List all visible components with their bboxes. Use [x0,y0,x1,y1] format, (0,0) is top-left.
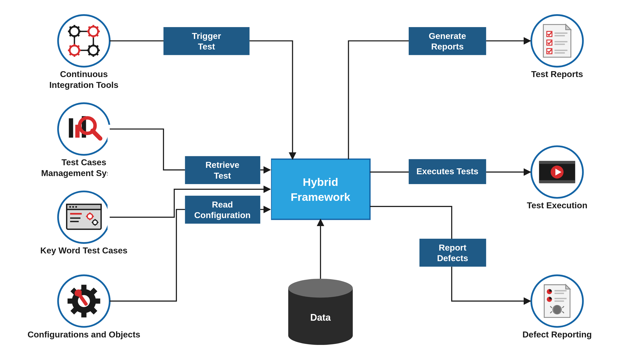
center-title-line1: Hybrid [303,176,338,188]
line-center-generate [348,41,409,159]
svg-text:Test Cases: Test Cases [62,158,106,167]
svg-rect-46 [69,118,73,138]
svg-line-14 [70,34,71,36]
svg-text:Read: Read [212,200,233,209]
center-hybrid-framework: Hybrid Framework [271,159,370,219]
svg-text:Defect Reporting: Defect Reporting [522,330,592,339]
checklist-document-icon [543,24,571,57]
svg-text:Test Reports: Test Reports [531,69,583,79]
svg-line-12 [70,27,71,28]
svg-text:Key Word Test Cases: Key Word Test Cases [40,246,127,255]
box-generate-reports: Generate Reports [409,27,486,55]
node-test-execution: Test Execution [527,146,587,210]
video-play-icon [539,161,575,183]
svg-line-30 [70,46,71,47]
svg-rect-100 [539,180,575,183]
svg-line-82 [92,289,95,293]
data-label: Data [310,312,331,323]
svg-text:Integration Tools: Integration Tools [49,80,118,90]
svg-line-81 [72,309,76,313]
svg-point-111 [554,305,561,314]
svg-line-24 [96,27,98,28]
svg-point-62 [87,214,93,219]
hybrid-framework-diagram: Hybrid Framework Data [0,0,641,364]
bug-report-icon [544,285,570,318]
svg-text:Test Execution: Test Execution [527,201,587,210]
svg-line-31 [77,53,79,55]
line-center-reportdefects [370,206,452,239]
svg-line-23 [89,34,91,36]
svg-line-22 [96,34,98,36]
svg-point-1 [288,279,353,297]
svg-point-56 [69,206,71,208]
svg-line-33 [77,46,79,47]
svg-rect-0 [271,159,370,219]
box-trigger-test: Trigger Test [163,27,250,55]
box-read-configuration-redraw: Read Configuration [185,196,260,224]
svg-line-42 [96,46,98,47]
arrow-reportdefects-node [452,267,530,301]
box-report-defects: Report Defects [420,239,486,267]
svg-line-13 [77,34,79,36]
node-continuous-integration: Continuous Integration Tools [49,15,118,90]
svg-text:Report: Report [439,243,466,252]
svg-line-15 [77,27,79,28]
svg-text:Executes Tests: Executes Tests [416,167,478,176]
svg-point-57 [72,206,74,208]
svg-point-2 [58,15,110,67]
node-configurations-objects: Configurations and Objects [28,275,140,339]
svg-text:Test: Test [198,42,215,51]
box-retrieve-test-redraw: Retrieve Test [185,156,260,184]
browser-gears-icon [67,204,101,229]
svg-rect-99 [539,161,575,164]
node-defect-reporting: Defect Reporting [522,275,592,339]
svg-line-21 [89,27,91,28]
svg-line-32 [70,53,71,55]
svg-text:Test: Test [214,171,231,180]
svg-text:Reports: Reports [431,42,464,51]
box-executes-tests: Executes Tests [409,159,486,184]
svg-point-58 [75,206,77,208]
svg-line-39 [89,46,91,47]
gear-wrench-icon [68,285,100,318]
svg-point-67 [93,220,97,225]
svg-text:Trigger: Trigger [192,31,221,41]
svg-text:Configuration: Configuration [194,210,251,220]
svg-line-41 [89,53,91,55]
svg-line-40 [96,53,98,55]
svg-rect-55 [67,204,101,210]
center-title-line2: Framework [291,191,350,203]
svg-text:Retrieve: Retrieve [206,160,240,170]
svg-text:Configurations and Objects: Configurations and Objects [28,330,140,339]
data-cylinder: Data [288,279,353,345]
svg-text:Defects: Defects [437,253,468,263]
svg-text:Generate: Generate [429,31,466,41]
node-test-reports: Test Reports [531,15,583,79]
svg-text:Continuous: Continuous [60,69,108,79]
svg-line-80 [92,309,95,313]
